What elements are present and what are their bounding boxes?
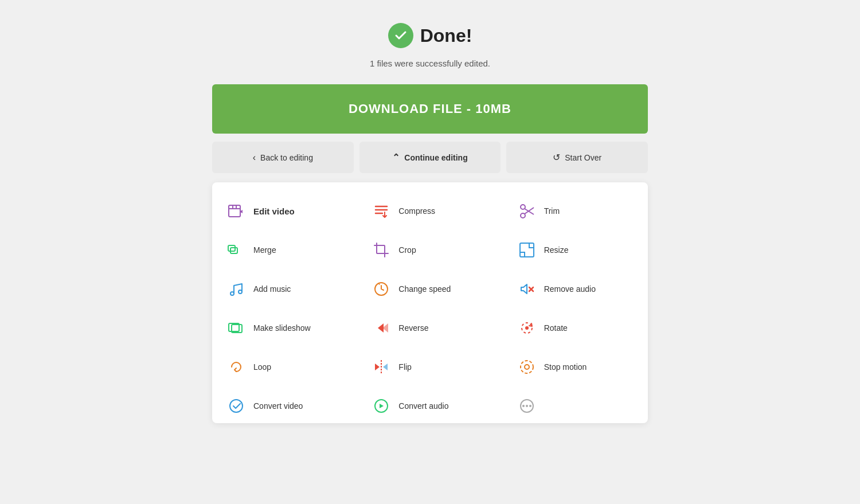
crop-icon: [371, 240, 392, 260]
done-header: Done!: [388, 23, 472, 48]
make-slideshow-label: Make slideshow: [253, 323, 311, 333]
action-buttons: ‹ Back to editing ⌃ Continue editing ↺ S…: [212, 142, 648, 173]
crop-label: Crop: [398, 245, 416, 255]
trim-label: Trim: [544, 206, 560, 216]
resize-icon: [517, 240, 537, 260]
reverse-icon: [371, 318, 392, 338]
add-music-icon: [226, 279, 247, 299]
svg-point-25: [521, 361, 533, 373]
startover-label: Start Over: [565, 153, 601, 162]
tool-item-merge[interactable]: Merge: [212, 230, 357, 269]
page-wrapper: Done! 1 files were successfully edited. …: [212, 23, 648, 423]
convert-audio-label: Convert audio: [398, 401, 448, 411]
done-title: Done!: [420, 25, 472, 46]
subtitle: 1 files were successfully edited.: [370, 58, 490, 68]
convert-audio-icon: [371, 396, 392, 416]
tool-item-compress[interactable]: Compress: [357, 192, 502, 230]
add-music-label: Add music: [253, 284, 291, 294]
make-slideshow-icon: [226, 318, 247, 338]
svg-point-15: [230, 292, 234, 295]
tool-item-flip[interactable]: Flip: [357, 347, 502, 386]
tools-panel: Edit video Compress: [212, 182, 648, 423]
tool-item-loop[interactable]: Loop: [212, 347, 357, 386]
tool-item-make-slideshow[interactable]: Make slideshow: [212, 308, 357, 347]
remove-audio-icon: [517, 279, 537, 299]
back-icon: ‹: [253, 153, 256, 163]
compress-label: Compress: [398, 206, 435, 216]
remove-audio-label: Remove audio: [544, 284, 596, 294]
tool-item-trim[interactable]: Trim: [503, 192, 648, 230]
convert-video-icon: [226, 396, 247, 416]
compress-icon: [371, 201, 392, 221]
svg-point-31: [526, 405, 528, 407]
svg-point-23: [525, 326, 529, 330]
tool-item-more[interactable]: [503, 386, 648, 423]
loop-icon: [226, 357, 247, 377]
tool-item-crop[interactable]: Crop: [357, 230, 502, 269]
svg-point-30: [522, 405, 525, 407]
start-over-button[interactable]: ↺ Start Over: [506, 142, 648, 173]
svg-point-8: [521, 205, 525, 209]
tool-item-edit-video[interactable]: Edit video: [212, 192, 357, 230]
download-button[interactable]: DOWNLOAD FILE - 10MB: [212, 84, 648, 134]
back-label: Back to editing: [260, 153, 313, 162]
tool-item-add-music[interactable]: Add music: [212, 269, 357, 308]
continue-icon: ⌃: [392, 152, 400, 163]
reverse-label: Reverse: [398, 323, 428, 333]
flip-icon: [371, 357, 392, 377]
merge-label: Merge: [253, 245, 276, 255]
change-speed-label: Change speed: [398, 284, 451, 294]
convert-video-label: Convert video: [253, 401, 303, 411]
resize-label: Resize: [544, 245, 569, 255]
rotate-label: Rotate: [544, 323, 568, 333]
svg-point-32: [529, 405, 531, 407]
tools-grid: Edit video Compress: [212, 192, 648, 423]
svg-point-26: [525, 365, 529, 369]
tool-item-resize[interactable]: Resize: [503, 230, 648, 269]
tool-item-stop-motion[interactable]: Stop motion: [503, 347, 648, 386]
check-circle-icon: [388, 23, 413, 48]
back-to-editing-button[interactable]: ‹ Back to editing: [212, 142, 354, 173]
svg-rect-14: [520, 243, 534, 257]
more-icon: [517, 396, 537, 416]
change-speed-icon: [371, 279, 392, 299]
stop-motion-icon: [517, 357, 537, 377]
continue-editing-button[interactable]: ⌃ Continue editing: [359, 142, 501, 173]
svg-point-7: [521, 213, 525, 218]
svg-point-27: [230, 400, 243, 412]
tool-item-change-speed[interactable]: Change speed: [357, 269, 502, 308]
svg-point-16: [239, 290, 242, 294]
flip-label: Flip: [398, 362, 412, 372]
startover-icon: ↺: [553, 152, 560, 163]
svg-rect-0: [229, 205, 240, 217]
tool-item-convert-audio[interactable]: Convert audio: [357, 386, 502, 423]
loop-label: Loop: [253, 362, 271, 372]
rotate-icon: [517, 318, 537, 338]
stop-motion-label: Stop motion: [544, 362, 587, 372]
tool-item-convert-video[interactable]: Convert video: [212, 386, 357, 423]
tool-item-reverse[interactable]: Reverse: [357, 308, 502, 347]
tool-item-remove-audio[interactable]: Remove audio: [503, 269, 648, 308]
continue-label: Continue editing: [404, 153, 467, 162]
svg-rect-13: [377, 245, 385, 253]
tool-item-rotate[interactable]: Rotate: [503, 308, 648, 347]
trim-icon: [517, 201, 537, 221]
tools-scroll[interactable]: Edit video Compress: [212, 182, 648, 423]
merge-icon: [226, 240, 247, 260]
edit-video-label: Edit video: [253, 206, 295, 216]
edit-video-icon: [226, 201, 247, 221]
